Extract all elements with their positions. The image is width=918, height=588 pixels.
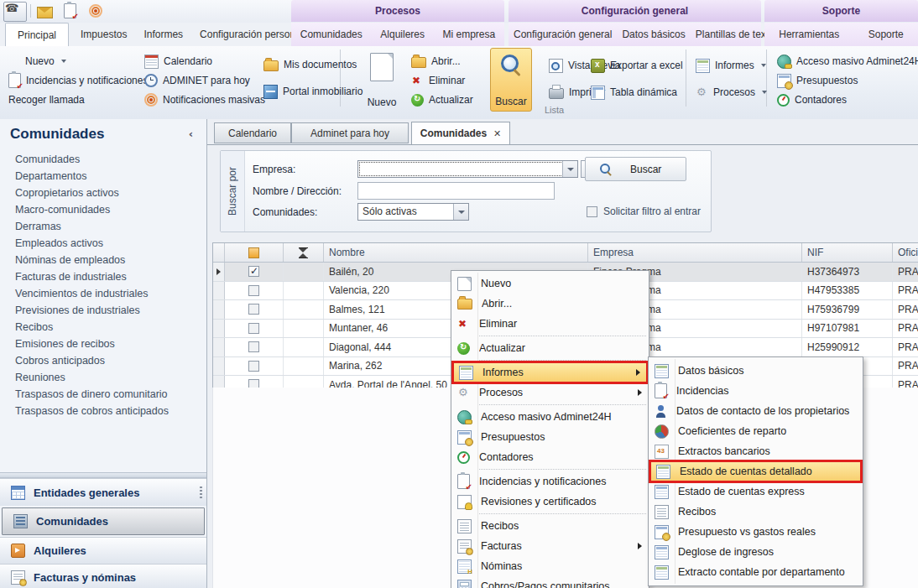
reports-menu-button[interactable]: Informes [692,56,769,75]
menu-item-contadores[interactable]: Contadores [451,447,649,467]
delete-button[interactable]: Eliminar [408,71,468,90]
chevron-down-icon[interactable] [562,161,577,177]
mail-icon[interactable] [37,7,53,18]
sidebar-item-comunidades[interactable]: Comunidades [0,151,206,168]
tab-comunidades[interactable]: Comunidades [295,29,368,40]
request-filter-checkbox[interactable] [587,206,597,217]
row-checkbox[interactable] [248,266,259,277]
sidebar-item-nominas-de-empleados[interactable]: Nóminas de empleados [0,252,206,268]
new-menu-button[interactable]: Nuevo [22,52,70,70]
menu-item-cobros-pagos-comunitarios[interactable]: Cobros/Pagos comunitarios [451,576,649,588]
menu-item-facturas[interactable]: Facturas [451,536,649,556]
row-checkbox[interactable] [248,304,259,315]
tab-informes[interactable]: Informes [138,29,188,40]
mass-notifications-button[interactable]: Notificaciones masivas [141,91,269,109]
submenu-item-estado-de-cuentas-detallado[interactable]: Estado de cuentas detallado [649,461,862,481]
row-checkbox[interactable] [248,323,259,334]
tab-impuestos[interactable]: Impuestos [76,29,132,40]
search-group-tab[interactable]: Buscar por [221,151,245,232]
nav-pane-comunidades[interactable]: Comunidades [2,507,205,535]
sidebar-item-cobros-anticipados[interactable]: Cobros anticipados [0,352,206,369]
row-checkbox[interactable] [248,361,259,372]
menu-item-presupuestos[interactable]: Presupuestos [451,427,649,447]
tab-herramientas[interactable]: Herramientas [774,29,844,40]
empresa-combobox[interactable] [357,160,578,178]
nav-pane-alquileres[interactable]: Alquileres [0,537,206,564]
submenu-item-datos-de-contacto[interactable]: Datos de contacto de los propietarios [649,401,863,421]
budgets-button[interactable]: Presupuestos [774,71,861,90]
adminet-today-button[interactable]: ADMINET para hoy [141,71,253,90]
submenu-item-deglose-de-ingresos[interactable]: Deglose de ingresos [649,542,863,562]
sidebar-item-previsiones-de-industriales[interactable]: Previsiones de industriales [0,302,206,319]
tab-soporte[interactable]: Soporte [863,29,909,40]
sidebar-item-copropietarios-activos[interactable]: Copropietarios activos [0,185,206,201]
submenu-item-datos-basicos[interactable]: Datos básicos [649,361,863,381]
tasks-icon[interactable] [64,3,76,18]
column-header-empresa[interactable]: Empresa [588,243,802,262]
submenu-item-incidencias[interactable]: Incidencias [649,381,863,401]
sidebar-item-departamentos[interactable]: Departamentos [0,168,206,185]
broadcast-icon[interactable] [89,4,102,18]
submenu-item-extracto-contable-por-departamento[interactable]: Extracto contable por departamento [649,562,863,582]
sidebar-item-macro-comunidades[interactable]: Macro-comunidades [0,201,206,218]
submenu-item-presupuesto-vs-gastos-reales[interactable]: Presupuesto vs gastos reales [649,522,863,542]
tab-principal[interactable]: Principal [5,23,69,46]
chevron-down-icon[interactable] [453,204,468,220]
new-big-button[interactable]: Nuevo [361,48,403,112]
select-all-checkbox[interactable] [248,247,259,258]
doc-tab-calendario[interactable]: Calendario [214,122,291,143]
export-excel-button[interactable]: Exportar a excel [587,56,686,75]
sidebar-item-recibos[interactable]: Recibos [0,319,206,336]
sidebar-item-traspasos-de-cobros-anticipados[interactable]: Traspasos de cobros anticipados [0,403,206,419]
sidebar-item-derramas[interactable]: Derramas [0,218,206,235]
sidebar-item-reuniones[interactable]: Reuniones [0,369,206,386]
adminet24h-access-button[interactable]: Acceso masivo Adminet24H [774,52,918,70]
column-header-nombre[interactable]: Nombre [324,243,588,262]
nav-pane-facturas-y-nominas[interactable]: Facturas y nóminas [0,564,206,588]
pickup-call-ribbon-button[interactable]: Recoger llamada [5,91,88,109]
doc-tab-comunidades[interactable]: Comunidades✕ [411,122,510,144]
menu-item-actualizar[interactable]: Actualizar [451,338,649,358]
panes-splitter[interactable] [0,472,206,478]
nav-pane-entidades-generales[interactable]: Entidades generales [0,478,206,506]
submenu-item-estado-de-cuentas-express[interactable]: Estado de cuentas express [649,481,863,502]
menu-item-eliminar[interactable]: Eliminar [451,314,649,334]
hourglass-icon[interactable] [299,247,308,258]
menu-item-recibos[interactable]: Recibos [451,516,649,536]
column-header-oficina[interactable]: Oficina [893,243,918,262]
menu-item-incidencias-y-notificaciones[interactable]: Incidencias y notificaciones [451,471,649,492]
submenu-item-extractos-bancarios[interactable]: Extractos bancarios [649,441,863,461]
chevron-left-icon[interactable]: ‹ [189,127,193,140]
close-tab-icon[interactable]: ✕ [493,128,501,139]
submenu-item-coeficientes-de-reparto[interactable]: Coeficientes de reparto [649,421,863,441]
row-checkbox[interactable] [248,341,259,352]
column-header-nif[interactable]: NIF [802,243,893,262]
menu-item-nuevo[interactable]: Nuevo [451,273,649,294]
tab-alquileres[interactable]: Alquileres [375,29,430,40]
open-button[interactable]: Abrir... [408,52,464,70]
incidents-notifications-button[interactable]: Incidencias y notificaciones [5,71,151,90]
pivot-table-button[interactable]: Tabla dinámica [587,83,681,101]
menu-item-abrir[interactable]: Abrir... [451,294,649,314]
submenu-item-recibos[interactable]: Recibos [649,502,863,522]
row-checkbox[interactable] [248,285,259,296]
pickup-call-button[interactable] [3,2,27,22]
tab-configuracion-general[interactable]: Configuración general [509,29,617,40]
sidebar-item-facturas-de-industriales[interactable]: Facturas de industriales [0,268,206,285]
sidebar-item-vencimientos-de-industriales[interactable]: Vencimientos de industriales [0,285,206,302]
sidebar-item-empleados-activos[interactable]: Empleados activos [0,235,206,252]
search-big-button[interactable]: Buscar [490,48,532,112]
menu-item-acceso-masivo[interactable]: Acceso masivo Adminet24H [451,407,649,427]
real-estate-portal-button[interactable]: Portal inmobiliario [260,82,366,101]
nombre-direccion-input[interactable] [357,182,555,200]
menu-item-revisiones-y-certificados[interactable]: Revisiones y certificados [451,492,649,512]
sidebar-item-traspasos-de-dinero-comunitario[interactable]: Traspasos de dinero comunitario [0,386,206,403]
processes-menu-button[interactable]: Procesos [692,83,770,101]
search-button[interactable]: Buscar [585,157,686,181]
my-documents-button[interactable]: Mis documentos [260,55,360,74]
comunidades-filter-select[interactable]: Sólo activas [357,203,469,221]
menu-item-informes[interactable]: Informes [452,362,648,382]
menu-item-procesos[interactable]: Procesos [451,382,649,403]
meters-button[interactable]: Contadores [774,91,850,109]
doc-tab-adminet-para-hoy[interactable]: Adminet para hoy [291,122,409,143]
